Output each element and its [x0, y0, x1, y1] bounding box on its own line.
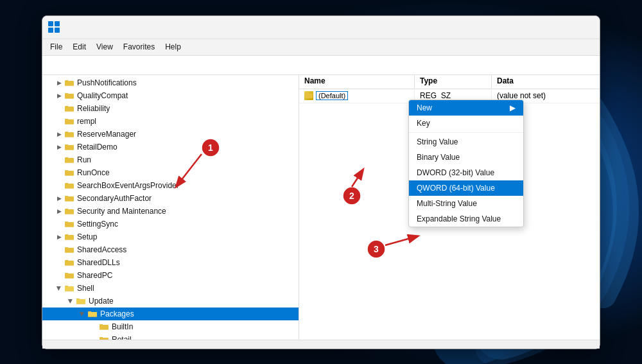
- new-label: New: [417, 103, 432, 112]
- svg-rect-42: [76, 299, 85, 304]
- tree-item[interactable]: ▶ ReserveManager: [42, 128, 299, 141]
- tree-item[interactable]: ▶ QualityCompat: [42, 89, 299, 102]
- svg-rect-28: [65, 221, 68, 224]
- svg-rect-53: [305, 92, 308, 95]
- tree-item-label: SharedAccess: [77, 245, 126, 254]
- svg-rect-20: [65, 170, 68, 173]
- menu-edit[interactable]: Edit: [67, 41, 91, 53]
- tree-item[interactable]: ▶ Retail: [42, 333, 299, 340]
- tree-item-label: Run: [77, 155, 91, 164]
- folder-icon: [64, 219, 74, 229]
- tree-item-label: SharedPC: [77, 271, 112, 280]
- tree-item[interactable]: ▶ PushNotifications: [42, 76, 299, 89]
- tree-arrow: ▶: [54, 78, 64, 88]
- tree-item-label: SecondaryAuthFactor: [77, 194, 152, 203]
- tree-item[interactable]: ▶ Packages: [42, 308, 299, 320]
- tree-item[interactable]: ▶ SharedPC: [42, 269, 299, 282]
- svg-rect-18: [65, 157, 68, 160]
- folder-icon: [64, 142, 74, 152]
- svg-rect-30: [65, 234, 68, 237]
- folder-icon: [64, 180, 74, 191]
- menu-view[interactable]: View: [91, 41, 118, 53]
- ctx-item-binary[interactable]: Binary Value: [409, 150, 523, 165]
- tree-item-label: Reliability: [77, 104, 110, 113]
- ctx-item-string[interactable]: String Value: [409, 134, 523, 150]
- svg-rect-34: [65, 260, 68, 263]
- tree-item-label: BuiltIn: [112, 322, 133, 331]
- tree-item[interactable]: ▶ Setup: [42, 230, 299, 243]
- tree-item-label: rempl: [77, 117, 96, 126]
- folder-icon: [64, 168, 74, 178]
- tree-item[interactable]: ▶ rempl: [42, 115, 299, 128]
- folder-icon: [64, 193, 74, 204]
- default-value-name[interactable]: (Default): [316, 91, 348, 100]
- maximize-button[interactable]: [535, 15, 565, 39]
- tree-item[interactable]: ▶ RetailDemo: [42, 141, 299, 153]
- tree-item-label: QualityCompat: [77, 91, 128, 100]
- main-content: ▶ PushNotifications▶ QualityCompat▶ Reli…: [42, 75, 600, 340]
- tree-item[interactable]: ▶ RunOnce: [42, 166, 299, 179]
- tree-item[interactable]: ▶ SearchBoxEventArgsProvider: [42, 179, 299, 192]
- folder-icon: [64, 78, 74, 88]
- col-data-header: Data: [492, 75, 600, 89]
- tree-item-label: RunOnce: [77, 168, 110, 177]
- svg-rect-45: [88, 312, 97, 316]
- tree-arrow: ▶: [65, 296, 76, 306]
- tree-item-label: RetailDemo: [77, 143, 117, 152]
- svg-rect-1: [48, 21, 53, 26]
- ctx-item-expandable[interactable]: Expandable String Value: [409, 211, 523, 227]
- cell-name: (Default): [299, 90, 415, 101]
- minimize-button[interactable]: [506, 15, 535, 39]
- menubar: File Edit View Favorites Help: [42, 39, 600, 56]
- tree-item[interactable]: ▶ Security and Maintenance: [42, 205, 299, 218]
- tree-item[interactable]: ▶ SharedDLLs: [42, 256, 299, 269]
- tree-item[interactable]: ▶ SettingSync: [42, 218, 299, 230]
- folder-icon: [64, 270, 74, 281]
- menu-file[interactable]: File: [45, 41, 67, 53]
- tree-item[interactable]: ▶ Shell: [42, 282, 299, 295]
- tree-arrow: ▶: [54, 129, 64, 139]
- tree-arrow: ▶: [54, 283, 64, 293]
- tree-arrow: ▶: [54, 142, 64, 152]
- close-button[interactable]: [565, 15, 594, 39]
- context-menu-new[interactable]: New ▶: [409, 100, 523, 116]
- tree-item-label: SharedDLLs: [77, 258, 120, 267]
- folder-icon: [76, 296, 86, 306]
- window-controls: [506, 15, 594, 39]
- folder-icon: [64, 257, 74, 268]
- tree-item[interactable]: ▶ SecondaryAuthFactor: [42, 192, 299, 205]
- scrollbar-horizontal[interactable]: [42, 340, 600, 349]
- titlebar: [42, 16, 600, 39]
- svg-rect-4: [55, 28, 60, 33]
- tree-item[interactable]: ▶ Run: [42, 153, 299, 166]
- tree-item[interactable]: ▶ Reliability: [42, 102, 299, 115]
- svg-rect-6: [65, 80, 68, 83]
- tree-arrow: ▶: [54, 193, 64, 204]
- svg-rect-22: [65, 183, 68, 186]
- tree-item[interactable]: ▶ Update: [42, 295, 299, 308]
- col-name-header: Name: [299, 75, 415, 89]
- svg-rect-26: [65, 209, 68, 211]
- ctx-item-qword[interactable]: QWORD (64-bit) Value: [409, 180, 523, 196]
- svg-rect-16: [65, 144, 68, 147]
- tree-item[interactable]: ▶ SharedAccess: [42, 243, 299, 256]
- context-menu: New ▶ Key String Value Binary Value DWOR…: [408, 100, 524, 227]
- ctx-item-key[interactable]: Key: [409, 116, 523, 131]
- app-icon: [48, 21, 60, 33]
- menu-favorites[interactable]: Favorites: [118, 41, 160, 53]
- folder-icon: [99, 334, 109, 340]
- folder-icon: [64, 103, 74, 114]
- ctx-item-multistring[interactable]: Multi-String Value: [409, 196, 523, 211]
- tree-arrow: ▶: [77, 309, 87, 319]
- folder-icon: [64, 116, 74, 126]
- menu-help[interactable]: Help: [160, 41, 186, 53]
- tree-item[interactable]: ▶ BuiltIn: [42, 320, 299, 333]
- col-type-header: Type: [415, 75, 492, 89]
- registry-editor-window: File Edit View Favorites Help ▶ PushNoti…: [42, 15, 600, 349]
- tree-item-label: Update: [89, 297, 114, 306]
- tree-panel[interactable]: ▶ PushNotifications▶ QualityCompat▶ Reli…: [42, 75, 299, 340]
- tree-item-label: Packages: [100, 309, 134, 318]
- tree-arrow: ▶: [54, 91, 64, 101]
- ctx-item-dword[interactable]: DWORD (32-bit) Value: [409, 165, 523, 180]
- svg-rect-2: [55, 21, 60, 26]
